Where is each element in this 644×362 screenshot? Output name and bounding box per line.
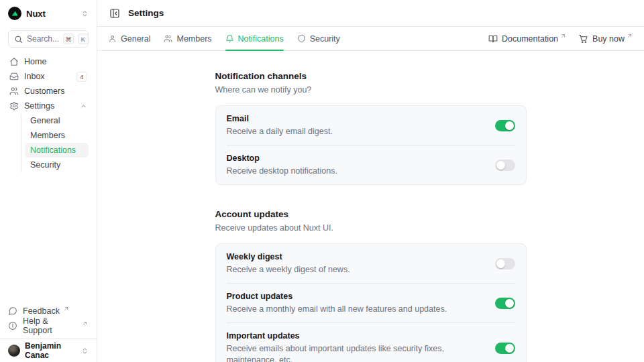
book-open-icon xyxy=(488,34,498,44)
setting-row-important-updates: Important updates Receive emails about i… xyxy=(227,322,515,362)
setting-description: Receive a daily email digest. xyxy=(227,126,333,138)
tab-security[interactable]: Security xyxy=(297,27,340,50)
sidebar-item-customers[interactable]: Customers xyxy=(8,84,89,99)
page-header: Settings xyxy=(97,0,644,27)
chevrons-up-down-icon xyxy=(81,10,89,17)
main-area: Settings General Members xyxy=(97,0,644,362)
setting-title: Product updates xyxy=(227,291,447,303)
documentation-button[interactable]: Documentation xyxy=(488,34,567,44)
settings-card: Email Receive a daily email digest. Desk… xyxy=(215,105,527,185)
sidebar-item-settings[interactable]: Settings xyxy=(8,99,89,113)
sub-item-label: General xyxy=(30,116,60,125)
tab-label: Members xyxy=(176,34,211,44)
tab-notifications[interactable]: Notifications xyxy=(225,27,284,50)
sidebar-footer: Feedback Help & Support xyxy=(0,300,97,339)
workspace-switcher[interactable]: Nuxt xyxy=(0,0,97,27)
sidebar: Nuxt Search... ⌘ K Home xyxy=(0,0,97,362)
settings-content: Notification channels Where can we notif… xyxy=(97,51,644,362)
user-menu[interactable]: Benjamin Canac xyxy=(0,339,97,362)
section-description: Where can we notify you? xyxy=(215,85,527,95)
email-toggle[interactable] xyxy=(495,120,515,131)
sidebar-item-label: Settings xyxy=(24,101,54,111)
search-placeholder: Search... xyxy=(27,34,59,44)
section-notification-channels: Notification channels Where can we notif… xyxy=(215,71,527,185)
chevrons-up-down-icon xyxy=(81,347,89,355)
tab-members[interactable]: Members xyxy=(164,27,211,50)
avatar xyxy=(8,345,20,357)
settings-subnav: General Members Notifications Security xyxy=(21,113,89,172)
setting-title: Desktop xyxy=(227,153,337,165)
setting-row-desktop: Desktop Receive desktop notifications. xyxy=(227,145,515,184)
section-title: Notification channels xyxy=(215,71,527,81)
inbox-count-badge: 4 xyxy=(76,72,87,82)
setting-title: Weekly digest xyxy=(227,251,350,263)
setting-description: Receive a monthly email with all new fea… xyxy=(227,304,447,316)
sidebar-item-home[interactable]: Home xyxy=(8,54,89,69)
kbd-cmd: ⌘ xyxy=(63,34,74,44)
shopping-cart-icon xyxy=(579,34,588,44)
tabs: General Members Notifications xyxy=(108,27,340,50)
setting-description: Receive desktop notifications. xyxy=(227,166,337,178)
sidebar-item-inbox[interactable]: Inbox 4 xyxy=(8,69,89,84)
product-updates-toggle[interactable] xyxy=(495,298,515,309)
help-support-link[interactable]: Help & Support xyxy=(8,318,89,333)
sidebar-item-notifications[interactable]: Notifications xyxy=(25,143,89,158)
shield-icon xyxy=(297,34,306,43)
footer-link-label: Feedback xyxy=(23,306,60,316)
sidebar-item-label: Customers xyxy=(24,86,64,96)
sidebar-item-label: Inbox xyxy=(24,72,45,81)
tab-label: General xyxy=(121,34,150,44)
app-window: Nuxt Search... ⌘ K Home xyxy=(0,0,644,362)
sidebar-nav: Home Inbox 4 Customers Setting xyxy=(0,53,97,174)
action-label: Buy now xyxy=(592,34,625,44)
header-actions: Documentation Buy now xyxy=(488,27,633,50)
external-link-icon xyxy=(627,34,632,38)
external-link-icon xyxy=(83,321,87,326)
action-label: Documentation xyxy=(502,34,558,44)
inbox-icon xyxy=(9,72,19,81)
users-icon xyxy=(9,86,19,96)
info-circle-icon xyxy=(8,321,17,330)
tabs-bar: General Members Notifications xyxy=(97,27,644,51)
section-account-updates: Account updates Receive updates about Nu… xyxy=(215,209,527,362)
chat-bubble-icon xyxy=(8,306,17,316)
setting-description: Receive a weekly digest of news. xyxy=(227,264,350,276)
sidebar-item-label: Home xyxy=(24,57,46,66)
setting-row-product-updates: Product updates Receive a monthly email … xyxy=(227,283,515,322)
sidebar-collapse-button[interactable] xyxy=(108,7,121,20)
buy-now-button[interactable]: Buy now xyxy=(579,34,633,44)
search-input[interactable]: Search... ⌘ K xyxy=(8,30,89,48)
search-icon xyxy=(14,35,23,44)
sidebar-item-members[interactable]: Members xyxy=(25,128,89,143)
kbd-k: K xyxy=(78,34,89,44)
gear-icon xyxy=(9,101,19,111)
desktop-toggle[interactable] xyxy=(495,160,515,171)
setting-title: Important updates xyxy=(227,330,484,343)
setting-row-weekly-digest: Weekly digest Receive a weekly digest of… xyxy=(227,244,515,283)
sidebar-item-general[interactable]: General xyxy=(25,113,89,128)
setting-description: Receive emails about important updates l… xyxy=(227,343,484,362)
user-icon xyxy=(108,34,117,43)
external-link-icon xyxy=(561,34,566,38)
weekly-digest-toggle[interactable] xyxy=(495,258,515,269)
tab-label: Notifications xyxy=(238,34,284,44)
sidebar-item-security[interactable]: Security xyxy=(25,158,89,172)
home-icon xyxy=(9,57,19,66)
bell-icon xyxy=(225,34,234,43)
sub-item-label: Security xyxy=(30,160,60,170)
users-icon xyxy=(164,34,172,43)
external-link-icon xyxy=(64,306,68,311)
settings-card: Weekly digest Receive a weekly digest of… xyxy=(215,243,527,362)
sub-item-label: Members xyxy=(30,131,65,140)
important-updates-toggle[interactable] xyxy=(495,343,515,354)
page-title: Settings xyxy=(128,8,164,18)
tab-general[interactable]: General xyxy=(108,27,150,50)
section-description: Receive updates about Nuxt UI. xyxy=(215,223,527,233)
setting-title: Email xyxy=(227,113,333,125)
chevron-up-icon xyxy=(80,103,87,110)
user-name: Benjamin Canac xyxy=(25,341,76,360)
nuxt-logo-icon xyxy=(8,7,21,20)
workspace-name: Nuxt xyxy=(26,9,46,19)
sub-item-label: Notifications xyxy=(30,145,76,155)
footer-link-label: Help & Support xyxy=(23,316,78,335)
